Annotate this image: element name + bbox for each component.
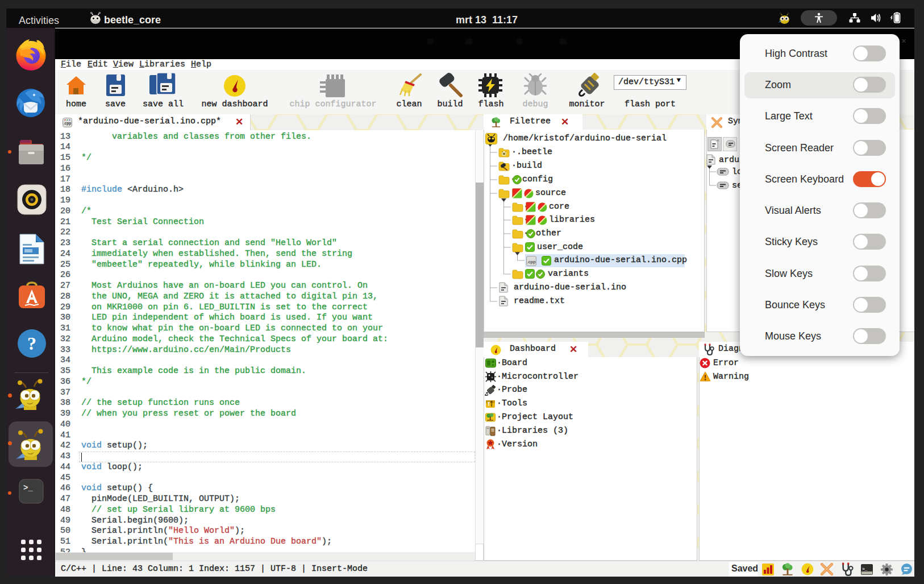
svg-text:>_: >_ (23, 483, 33, 492)
svg-text:?: ? (27, 333, 36, 354)
svg-text:.cpp: .cpp (527, 259, 536, 264)
svg-text:.cpp: .cpp (64, 121, 71, 126)
svg-text:>_: >_ (862, 566, 868, 571)
